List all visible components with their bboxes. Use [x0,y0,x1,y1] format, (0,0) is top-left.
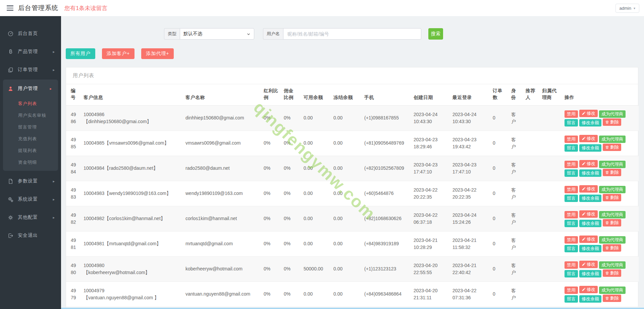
edit-button[interactable]: 修改 [579,160,598,167]
cell-commission: 0% [281,256,301,281]
become-agent-button[interactable]: 成为代理商 [599,110,626,118]
add-customer-button[interactable]: 添加客户+ [102,48,135,59]
edit-balance-button[interactable]: 修改余额 [579,220,601,227]
admin-dropdown[interactable]: admin ▾ [615,4,639,13]
cell-referrer [523,231,539,256]
message-button[interactable]: 留言 [565,119,578,126]
sidebar-item[interactable]: 其他配置▸ [0,208,61,226]
delete-button[interactable]: 删除 [603,295,621,302]
message-button[interactable]: 留言 [565,220,578,227]
disable-button[interactable]: 禁用 [565,186,578,193]
disable-button[interactable]: 禁用 [565,287,578,294]
trash-icon [605,271,609,275]
edit-button[interactable]: 修改 [579,236,598,243]
become-agent-button[interactable]: 成为代理商 [599,211,626,218]
edit-button[interactable]: 修改 [579,185,598,193]
edit-balance-button[interactable]: 修改余额 [579,169,601,177]
disable-button[interactable]: 禁用 [565,161,578,168]
message-button[interactable]: 留言 [565,245,578,252]
delete-button[interactable]: 删除 [603,219,621,226]
sidebar-item[interactable]: 安全退出 [0,226,61,245]
column-header: 可用余额 [301,84,331,105]
message-button[interactable]: 留言 [565,295,578,303]
become-agent-button[interactable]: 成为代理商 [599,136,626,143]
edit-button[interactable]: 修改 [579,261,598,268]
sidebar-item[interactable]: 订单管理▸ [0,61,61,79]
cell-created: 2023-04-20 21:31:11 [411,281,450,307]
message-button[interactable]: 留言 [565,270,578,277]
become-agent-button[interactable]: 成为代理商 [599,236,626,244]
horizontal-scrollbar[interactable] [61,308,644,309]
edit-balance-button[interactable]: 修改余额 [579,245,601,252]
disable-button[interactable]: 禁用 [565,236,578,244]
edit-balance-button[interactable]: 修改余额 [579,119,601,126]
edit-button[interactable]: 修改 [579,135,598,142]
cell-referrer [523,105,539,131]
table-row: 498310004983【wendy19890109@163.com】wendy… [66,181,639,206]
edit-balance-button[interactable]: 修改余额 [579,144,601,152]
sidebar-item[interactable]: 用户管理▸ [3,80,58,98]
order-icon [8,67,13,73]
chevron-right-icon: ▸ [50,87,52,91]
sidebar-subitem[interactable]: 充值列表 [3,133,58,145]
cell-orders: 0 [490,206,508,231]
sidebar-item[interactable]: 系统设置▸ [0,190,61,208]
message-button[interactable]: 留言 [565,195,578,202]
menu-toggle-icon[interactable] [7,5,13,11]
cell-bonus: 0% [261,105,281,131]
cell-available: 0.00 [301,105,331,131]
message-button[interactable]: 留言 [565,144,578,152]
chevron-right-icon: ▸ [53,179,55,184]
cell-phone: (+60)5464876 [362,181,411,206]
sidebar-subitem[interactable]: 客户列表 [3,98,58,109]
unread-message-notice[interactable]: 您有1条未读留言 [64,4,107,12]
disable-button[interactable]: 禁用 [565,211,578,218]
delete-button[interactable]: 删除 [603,144,621,151]
search-button[interactable]: 搜索 [428,28,443,40]
edit-button[interactable]: 修改 [579,210,598,218]
cell-available: 0.00 [301,281,331,307]
become-agent-button[interactable]: 成为代理商 [599,186,626,193]
cell-actions: 禁用修改成为代理商留言修改余额删除 [562,281,639,307]
product-icon [8,49,13,55]
become-agent-button[interactable]: 成为代理商 [599,287,626,294]
cell-phone: (+84)983919189 [362,231,411,256]
sidebar-subitem[interactable]: 用户实名审核 [3,109,58,121]
delete-button[interactable]: 删除 [603,244,621,252]
sidebar-subitem[interactable]: 提现列表 [3,145,58,156]
edit-balance-button[interactable]: 修改余额 [579,270,601,277]
delete-button[interactable]: 删除 [603,194,621,201]
disable-button[interactable]: 禁用 [565,110,578,118]
cell-orders: 0 [490,256,508,281]
edit-balance-button[interactable]: 修改余额 [579,295,601,303]
message-button[interactable]: 留言 [565,169,578,177]
username-input[interactable] [283,28,421,40]
edit-button[interactable]: 修改 [579,110,598,117]
cell-phone: (+81)09056489769 [362,131,411,156]
cell-agent [539,181,562,206]
edit-button[interactable]: 修改 [579,286,598,293]
cell-role: 客户 [508,105,523,131]
username-label: 用户名 [263,28,283,40]
sidebar-subitem[interactable]: 留言管理 [3,121,58,133]
cell-phone: (+84)0963486864 [362,281,411,307]
add-agent-button[interactable]: 添加代理+ [141,48,174,59]
sidebar-subitem[interactable]: 资金明细 [3,156,58,168]
become-agent-button[interactable]: 成为代理商 [599,261,626,269]
disable-button[interactable]: 禁用 [565,136,578,143]
delete-button[interactable]: 删除 [603,118,621,126]
type-select[interactable]: 默认不选 [180,28,254,40]
disable-button[interactable]: 禁用 [565,261,578,269]
sidebar-item[interactable]: 产品管理▸ [0,43,61,61]
delete-button[interactable]: 删除 [603,269,621,277]
cell-frozen: 0.00 [331,105,362,131]
all-users-button[interactable]: 所有用户 [66,48,95,59]
edit-balance-button[interactable]: 修改余额 [579,195,601,202]
become-agent-button[interactable]: 成为代理商 [599,161,626,168]
sidebar-item[interactable]: 参数设置▸ [0,172,61,190]
cell-last-login: 2023-04-24 15:24:26 [450,206,490,231]
column-header: 红利比例 [261,84,281,105]
cell-id: 4984 [66,156,81,181]
sidebar-item[interactable]: 后台首页 [0,24,61,43]
delete-button[interactable]: 删除 [603,169,621,176]
